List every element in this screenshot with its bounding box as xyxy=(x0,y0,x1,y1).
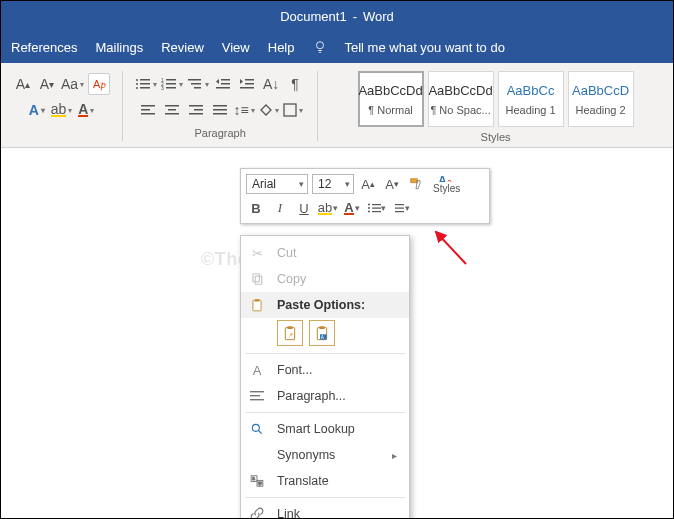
format-painter-icon[interactable] xyxy=(406,174,426,194)
font-size-combo[interactable]: 12▾ xyxy=(312,174,354,194)
svg-rect-13 xyxy=(188,79,201,81)
svg-rect-33 xyxy=(213,113,227,115)
svg-rect-38 xyxy=(372,204,381,205)
align-center-button[interactable] xyxy=(162,99,182,121)
title-separator: - xyxy=(353,9,357,24)
shading-button[interactable]: ▾ xyxy=(259,99,279,121)
change-case-button[interactable]: Aa▾ xyxy=(61,73,84,95)
app-name: Word xyxy=(363,9,394,24)
svg-point-37 xyxy=(368,204,370,206)
svg-point-0 xyxy=(316,42,323,49)
svg-rect-4 xyxy=(140,83,150,85)
svg-point-3 xyxy=(136,83,138,85)
highlight-color-button[interactable]: ab▾ xyxy=(318,198,338,218)
paragraph-group-label: Paragraph xyxy=(194,127,245,139)
svg-rect-51 xyxy=(287,326,292,329)
tab-references[interactable]: References xyxy=(11,40,77,55)
svg-point-5 xyxy=(136,87,138,89)
tell-me-search[interactable]: Tell me what you want to do xyxy=(345,40,505,55)
mini-styles-button[interactable]: Aa Styles xyxy=(430,174,463,194)
font-shrink-icon[interactable]: A▾ xyxy=(37,73,57,95)
mini-bullets-button[interactable]: ▾ xyxy=(366,198,386,218)
svg-rect-23 xyxy=(141,109,150,111)
sort-button[interactable]: A↓ xyxy=(261,73,281,95)
svg-rect-42 xyxy=(372,211,381,212)
style-card-heading1[interactable]: AaBbCc Heading 1 xyxy=(498,71,564,127)
style-card-no-spacing[interactable]: AaBbCcDd ¶ No Spac... xyxy=(428,71,494,127)
svg-rect-57 xyxy=(250,395,260,396)
mini-toolbar: Arial▾ 12▾ A▴ A▾ Aa Styles B I U ab▾ A▾ … xyxy=(240,168,490,224)
svg-point-41 xyxy=(368,211,370,213)
svg-rect-58 xyxy=(250,399,264,400)
increase-indent-button[interactable] xyxy=(237,73,257,95)
svg-text:字: 字 xyxy=(258,481,262,486)
font-color-button-mini[interactable]: A▾ xyxy=(342,198,362,218)
text-highlight-button[interactable]: ab▾ xyxy=(51,99,73,121)
svg-rect-15 xyxy=(194,87,201,89)
align-justify-button[interactable] xyxy=(210,99,230,121)
svg-rect-27 xyxy=(165,113,179,115)
multilevel-list-button[interactable]: ▾ xyxy=(187,73,209,95)
grow-font-icon[interactable]: A▴ xyxy=(358,174,378,194)
font-family-combo[interactable]: Arial▾ xyxy=(246,174,308,194)
underline-button[interactable]: U xyxy=(294,198,314,218)
menu-translate[interactable]: a字 Translate xyxy=(241,468,409,494)
svg-rect-16 xyxy=(221,79,230,81)
mini-numbering-button[interactable]: ▾ xyxy=(390,198,410,218)
svg-rect-47 xyxy=(255,276,261,284)
lightbulb-icon xyxy=(313,40,327,54)
menu-link[interactable]: Link xyxy=(241,501,409,519)
bold-button[interactable]: B xyxy=(246,198,266,218)
clear-formatting-button[interactable]: A𝓹 xyxy=(88,73,110,95)
align-left-button[interactable] xyxy=(138,99,158,121)
text-effects-button[interactable]: A▾ xyxy=(27,99,47,121)
menu-font[interactable]: A Font... xyxy=(241,357,409,383)
tab-help[interactable]: Help xyxy=(268,40,295,55)
svg-rect-44 xyxy=(395,208,404,209)
numbering-button[interactable]: 123 ▾ xyxy=(161,73,183,95)
document-title: Document1 xyxy=(280,9,346,24)
decrease-indent-button[interactable] xyxy=(213,73,233,95)
menu-copy: Copy xyxy=(241,266,409,292)
menu-paste-header: Paste Options: xyxy=(241,292,409,318)
tab-review[interactable]: Review xyxy=(161,40,204,55)
svg-rect-22 xyxy=(141,105,155,107)
align-right-button[interactable] xyxy=(186,99,206,121)
ribbon-group-styles: AaBbCcDd ¶ Normal AaBbCcDd ¶ No Spac... … xyxy=(324,69,667,143)
translate-icon: a字 xyxy=(247,472,267,490)
svg-rect-53 xyxy=(319,326,324,329)
tab-view[interactable]: View xyxy=(222,40,250,55)
font-color-button[interactable]: A▾ xyxy=(76,99,96,121)
menu-smart-lookup[interactable]: Smart Lookup xyxy=(241,416,409,442)
svg-rect-25 xyxy=(165,105,179,107)
show-marks-button[interactable]: ¶ xyxy=(285,73,305,95)
tab-mailings[interactable]: Mailings xyxy=(95,40,143,55)
style-card-heading2[interactable]: AaBbCcD Heading 2 xyxy=(568,71,634,127)
font-dialog-icon: A xyxy=(247,361,267,379)
style-card-normal[interactable]: AaBbCcDd ¶ Normal xyxy=(358,71,424,127)
shrink-font-icon[interactable]: A▾ xyxy=(382,174,402,194)
svg-rect-17 xyxy=(221,83,230,85)
svg-rect-32 xyxy=(213,109,227,111)
paste-text-only-button[interactable]: A xyxy=(309,320,335,346)
svg-rect-20 xyxy=(245,83,254,85)
ribbon-tabs: References Mailings Review View Help Tel… xyxy=(1,31,673,63)
ribbon-body: A▴ A▾ Aa▾ A𝓹 A▾ ab▾ A▾ ▾ 123 ▾ ▾ xyxy=(1,63,673,148)
svg-rect-30 xyxy=(189,113,203,115)
borders-button[interactable]: ▾ xyxy=(283,99,303,121)
menu-paragraph[interactable]: Paragraph... xyxy=(241,383,409,409)
svg-point-39 xyxy=(368,207,370,209)
ribbon-group-paragraph: ▾ 123 ▾ ▾ A↓ ¶ xyxy=(129,69,311,143)
svg-text:a: a xyxy=(447,177,452,182)
bullets-button[interactable]: ▾ xyxy=(135,73,157,95)
font-grow-icon[interactable]: A▴ xyxy=(13,73,33,95)
title-bar: Document1 - Word xyxy=(1,1,673,31)
paste-keep-source-button[interactable] xyxy=(277,320,303,346)
italic-button[interactable]: I xyxy=(270,198,290,218)
svg-rect-43 xyxy=(395,204,404,205)
svg-rect-56 xyxy=(250,391,264,392)
svg-text:A: A xyxy=(438,174,447,182)
menu-synonyms[interactable]: Synonyms ▸ xyxy=(241,442,409,468)
line-spacing-button[interactable]: ↕≡▾ xyxy=(234,99,255,121)
context-menu: ✂ Cut Copy Paste Options: A A Font... Pa… xyxy=(240,235,410,519)
